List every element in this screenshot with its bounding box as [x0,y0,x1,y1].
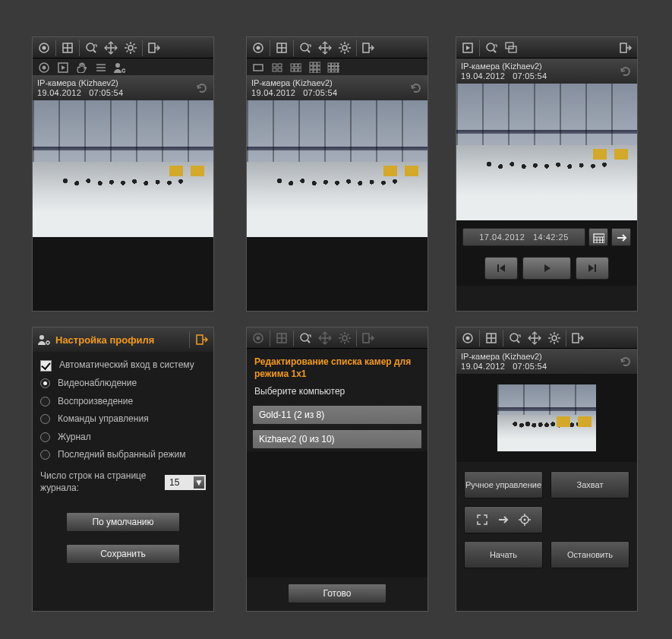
computer-item-gold11[interactable]: Gold-11 (2 из 8) [253,406,421,424]
play-mode-icon[interactable] [459,40,477,56]
camera-header: IP-камера (Kizhaev2) 19.04.2012 07:05:54 [456,59,637,84]
next-button[interactable] [576,257,609,280]
record-icon[interactable] [459,330,477,346]
logout-icon[interactable] [145,40,163,56]
panel-manual-control: IP-камера (Kizhaev2) 19.04.2012 07:05:54… [456,327,638,612]
layout-icon[interactable] [482,330,500,346]
settings-icon[interactable] [336,40,354,56]
zoom-icon[interactable] [482,40,500,56]
settings-icon[interactable] [336,330,354,346]
play-mini-icon[interactable] [54,60,71,74]
save-button[interactable]: Сохранить [66,544,180,564]
go-button[interactable] [611,228,631,246]
settings-icon[interactable] [121,40,140,56]
layout-icon[interactable] [273,40,291,56]
play-button[interactable] [522,257,571,280]
mode-radio-video[interactable]: Видеонаблюдение [40,378,206,390]
lines-select[interactable]: 15 ▼ [165,475,206,490]
zoom-icon[interactable] [296,40,314,56]
profile-title: Настройка профиля [55,334,154,346]
record-icon[interactable] [35,40,53,56]
sub-toolbar [33,59,213,75]
logout-icon[interactable] [569,330,587,346]
screens-icon[interactable] [502,40,520,56]
list-mini-icon[interactable] [92,60,109,74]
mode-radio-commands[interactable]: Команды управления [40,413,206,425]
refresh-icon[interactable] [195,81,209,95]
record-icon[interactable] [249,330,267,346]
done-button[interactable]: Готово [288,584,386,603]
hand-mini-icon[interactable] [73,60,90,74]
separator [142,40,143,56]
layout-icon[interactable] [58,40,77,56]
move-icon[interactable] [525,330,544,346]
move-icon[interactable] [316,330,334,346]
mode-label: Команды управления [58,413,149,425]
camera-thumbnail[interactable] [497,384,596,451]
panel-surveillance: IP-камера (Kizhaev2) 19.04.2012 07:05:54 [32,36,214,312]
grid-3x3-icon[interactable] [306,60,323,74]
grid-3x2-icon[interactable] [287,60,304,74]
logout-icon[interactable] [359,40,377,56]
camera-video[interactable] [456,84,637,220]
auto-login-checkbox[interactable]: Автоматический вход в систему [40,359,206,372]
camera-title: IP-камера (Kizhaev2) [461,62,547,71]
move-icon[interactable] [316,40,334,56]
separator [79,40,80,56]
camera-datetime: 19.04.2012 07:05:54 [461,71,547,81]
panel-playback: IP-камера (Kizhaev2) 19.04.2012 07:05:54… [456,36,638,312]
arrow-right-icon [497,513,510,527]
camera-datetime: 19.04.2012 07:05:54 [251,88,337,97]
record-mini-icon[interactable] [35,60,52,74]
refresh-icon[interactable] [409,81,423,95]
mode-radio-last[interactable]: Последний выбранный режим [40,449,206,461]
default-button[interactable]: По умолчанию [66,512,180,532]
radio-icon [40,397,50,406]
logout-icon[interactable] [195,333,209,346]
layout-icon[interactable] [273,330,291,346]
calendar-button[interactable] [588,228,608,246]
panel-profile-settings: Настройка профиля Автоматический вход в … [32,327,214,612]
stop-button[interactable]: Остановить [551,541,629,568]
capture-button[interactable]: Захват [551,471,629,498]
mode-radio-journal[interactable]: Журнал [40,432,206,444]
target-icon [518,513,532,527]
grid-2x2-icon[interactable] [268,60,285,74]
profile-form: Автоматический вход в систему Видеонаблю… [33,352,213,574]
record-icon[interactable] [249,40,267,56]
user-settings-mini-icon[interactable] [111,60,128,74]
expand-icon [475,513,489,527]
grid-1x1-icon[interactable] [249,60,266,74]
refresh-icon[interactable] [619,65,633,78]
expand-to-target-button[interactable] [464,506,543,533]
manual-control-button[interactable]: Ручное управление [464,471,543,498]
move-icon[interactable] [102,40,120,56]
main-toolbar [247,327,427,349]
mode-radio-playback[interactable]: Воспроизведение [40,396,206,408]
user-settings-icon [37,333,51,346]
playback-toolbar [456,37,637,59]
datetime-display[interactable]: 17.04.2012 14:42:25 [462,228,585,246]
computer-item-kizhaev2[interactable]: Kizhaev2 (0 из 10) [253,430,421,448]
zoom-icon[interactable] [296,330,314,346]
start-button[interactable]: Начать [464,541,543,568]
settings-icon[interactable] [545,330,563,346]
refresh-icon[interactable] [619,355,633,369]
camera-video[interactable] [247,100,427,237]
prev-button[interactable] [484,257,518,280]
grid-4x3-icon[interactable] [325,60,342,74]
mode-label: Видеонаблюдение [58,378,137,390]
camera-title: IP-камера (Kizhaev2) [461,352,547,361]
camera-datetime: 19.04.2012 07:05:54 [461,362,547,371]
camera-header: IP-камера (Kizhaev2) 19.04.2012 07:05:54 [456,349,637,374]
camera-video[interactable] [33,100,213,237]
profile-header: Настройка профиля [33,327,213,352]
empty-area [247,237,427,311]
playback-controls [456,251,637,286]
grid-selector-toolbar [247,59,427,75]
zoom-icon[interactable] [82,40,100,56]
logout-icon[interactable] [359,330,377,346]
logout-icon[interactable] [617,40,635,56]
main-toolbar [456,327,637,349]
zoom-icon[interactable] [506,330,524,346]
